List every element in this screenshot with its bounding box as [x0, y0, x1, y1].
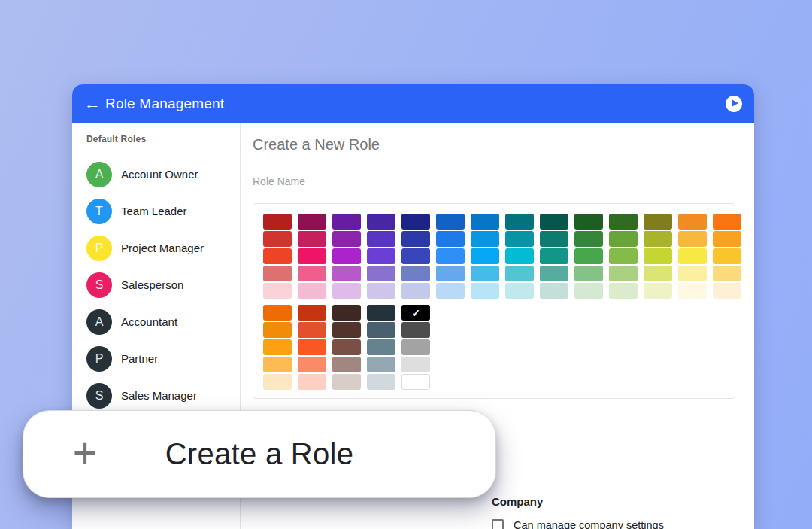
- color-swatch[interactable]: [436, 283, 465, 299]
- color-swatch[interactable]: [298, 374, 326, 390]
- play-icon[interactable]: [726, 96, 742, 112]
- color-swatch[interactable]: [401, 231, 430, 247]
- create-role-button-callout[interactable]: + Create a Role: [23, 410, 496, 498]
- color-swatch[interactable]: [367, 339, 395, 355]
- color-swatch[interactable]: [332, 231, 361, 247]
- color-swatch[interactable]: [436, 231, 465, 247]
- color-swatch[interactable]: [644, 214, 672, 230]
- color-swatch[interactable]: [644, 283, 672, 299]
- color-swatch[interactable]: [713, 231, 741, 247]
- color-swatch[interactable]: [298, 339, 326, 355]
- color-swatch[interactable]: [678, 266, 707, 281]
- color-swatch[interactable]: [298, 248, 326, 264]
- color-swatch[interactable]: [401, 357, 430, 372]
- color-swatch[interactable]: [436, 248, 465, 264]
- color-swatch[interactable]: [678, 214, 707, 230]
- checkbox-unchecked[interactable]: [492, 519, 504, 529]
- sidebar-item-account-owner[interactable]: AAccount Owner: [86, 156, 240, 193]
- color-swatch[interactable]: [332, 305, 361, 321]
- color-swatch[interactable]: [367, 231, 395, 247]
- color-swatch[interactable]: [367, 266, 395, 281]
- role-name-input[interactable]: [253, 172, 735, 193]
- color-swatch[interactable]: [471, 231, 499, 247]
- color-swatch[interactable]: [471, 214, 499, 230]
- color-swatch[interactable]: [367, 248, 395, 264]
- color-swatch[interactable]: [609, 214, 638, 230]
- color-swatch[interactable]: [263, 248, 292, 264]
- color-swatch[interactable]: [332, 374, 361, 390]
- color-swatch[interactable]: [574, 266, 603, 281]
- sidebar-item-sales-manager[interactable]: SSales Manager: [86, 377, 240, 414]
- back-arrow-icon[interactable]: ←: [84, 96, 105, 112]
- color-swatch[interactable]: [263, 214, 292, 230]
- color-swatch[interactable]: [332, 283, 361, 299]
- color-swatch[interactable]: [436, 214, 465, 230]
- color-swatch[interactable]: [609, 231, 638, 247]
- color-swatch[interactable]: [609, 283, 638, 299]
- color-swatch[interactable]: [471, 248, 499, 264]
- color-swatch[interactable]: [298, 357, 326, 372]
- color-swatch[interactable]: [540, 283, 568, 299]
- color-swatch[interactable]: [713, 214, 741, 230]
- color-swatch[interactable]: [471, 283, 499, 299]
- color-swatch[interactable]: [367, 214, 395, 230]
- color-swatch[interactable]: [644, 266, 672, 281]
- color-swatch[interactable]: [436, 266, 465, 281]
- color-swatch[interactable]: [263, 305, 292, 321]
- color-swatch[interactable]: [367, 305, 395, 321]
- sidebar-item-team-leader[interactable]: TTeam Leader: [86, 193, 240, 230]
- color-swatch[interactable]: [540, 266, 568, 281]
- color-swatch[interactable]: [609, 266, 638, 281]
- color-swatch[interactable]: [678, 248, 707, 264]
- sidebar-item-accountant[interactable]: AAccountant: [86, 303, 240, 340]
- color-swatch[interactable]: [401, 248, 430, 264]
- color-swatch[interactable]: [332, 248, 361, 264]
- color-swatch[interactable]: [678, 283, 707, 299]
- color-swatch[interactable]: [401, 339, 430, 355]
- color-swatch[interactable]: [263, 322, 292, 338]
- color-swatch[interactable]: [367, 322, 395, 338]
- color-swatch[interactable]: [332, 357, 361, 372]
- color-swatch[interactable]: [263, 231, 292, 247]
- color-swatch[interactable]: [644, 231, 672, 247]
- sidebar-item-salesperson[interactable]: SSalesperson: [86, 266, 240, 303]
- color-swatch[interactable]: [263, 266, 292, 281]
- color-swatch[interactable]: [298, 322, 326, 338]
- sidebar-item-partner[interactable]: PPartner: [86, 340, 240, 377]
- color-swatch[interactable]: [298, 266, 326, 281]
- color-swatch[interactable]: [298, 231, 326, 247]
- color-swatch[interactable]: [263, 339, 292, 355]
- color-swatch[interactable]: [505, 231, 534, 247]
- color-swatch[interactable]: [401, 283, 430, 299]
- color-swatch[interactable]: [298, 305, 326, 321]
- color-swatch[interactable]: [401, 322, 430, 338]
- color-swatch[interactable]: [574, 214, 603, 230]
- color-swatch[interactable]: [574, 248, 603, 264]
- color-swatch[interactable]: [263, 374, 292, 390]
- color-swatch[interactable]: [367, 283, 395, 299]
- color-swatch[interactable]: [540, 248, 568, 264]
- color-swatch[interactable]: [678, 231, 707, 247]
- color-swatch[interactable]: [505, 248, 534, 264]
- color-swatch[interactable]: [332, 266, 361, 281]
- color-swatch[interactable]: [332, 322, 361, 338]
- color-swatch[interactable]: [609, 248, 638, 264]
- color-swatch[interactable]: [574, 231, 603, 247]
- color-swatch[interactable]: [298, 214, 326, 230]
- color-swatch[interactable]: [505, 283, 534, 299]
- color-swatch[interactable]: [574, 283, 603, 299]
- color-swatch[interactable]: [367, 374, 395, 390]
- permission-item[interactable]: Can manage company settings: [492, 519, 664, 529]
- color-swatch[interactable]: [713, 283, 741, 299]
- color-swatch[interactable]: [471, 266, 499, 281]
- color-swatch[interactable]: [332, 339, 361, 355]
- color-swatch[interactable]: [505, 214, 534, 230]
- color-swatch[interactable]: [713, 266, 741, 281]
- color-swatch[interactable]: [401, 214, 430, 230]
- color-swatch-selected[interactable]: ✓: [401, 305, 430, 321]
- color-swatch[interactable]: [332, 214, 361, 230]
- color-swatch[interactable]: [644, 248, 672, 264]
- color-swatch[interactable]: [263, 357, 292, 372]
- color-swatch[interactable]: [298, 283, 326, 299]
- color-swatch[interactable]: [713, 248, 741, 264]
